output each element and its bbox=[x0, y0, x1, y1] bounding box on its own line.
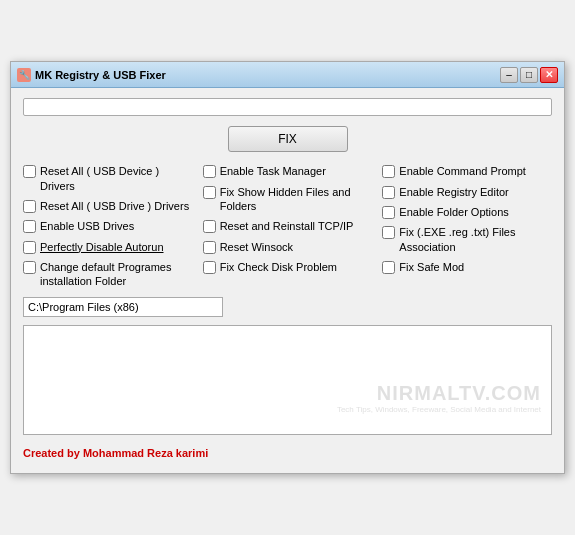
checkbox-label: Fix (.EXE .reg .txt) Files Association bbox=[399, 225, 552, 254]
checkbox-reset-reinstall-tcp[interactable]: Reset and Reinstall TCP/IP bbox=[203, 219, 373, 233]
checkbox-input[interactable] bbox=[203, 261, 216, 274]
path-input-row bbox=[23, 297, 552, 317]
watermark: NIRMALTV.COM Tech Tips, Windows, Freewar… bbox=[337, 382, 541, 414]
window-icon: 🔧 bbox=[17, 68, 31, 82]
checkbox-perfectly-disable-autorun[interactable]: Perfectly Disable Autorun bbox=[23, 240, 193, 254]
checkbox-label: Enable Task Manager bbox=[220, 164, 326, 178]
checkbox-input[interactable] bbox=[382, 261, 395, 274]
checkbox-enable-command-prompt[interactable]: Enable Command Prompt bbox=[382, 164, 552, 178]
checkbox-label: Fix Show Hidden Files and Folders bbox=[220, 185, 373, 214]
checkbox-label: Change default Programes installation Fo… bbox=[40, 260, 193, 289]
checkbox-enable-usb-drives[interactable]: Enable USB Drives bbox=[23, 219, 193, 233]
checkbox-fix-check-disk[interactable]: Fix Check Disk Problem bbox=[203, 260, 373, 274]
checkbox-reset-winsock[interactable]: Reset Winsock bbox=[203, 240, 373, 254]
column-2: Enable Task Manager Fix Show Hidden File… bbox=[203, 164, 373, 288]
checkbox-label: Enable USB Drives bbox=[40, 219, 134, 233]
checkbox-label: Reset All ( USB Device ) Drivers bbox=[40, 164, 193, 193]
footer: Created by Mohammad Reza karimi bbox=[23, 443, 552, 463]
checkbox-input[interactable] bbox=[23, 165, 36, 178]
checkbox-input[interactable] bbox=[203, 186, 216, 199]
fix-button[interactable]: FIX bbox=[228, 126, 348, 152]
checkbox-input[interactable] bbox=[203, 165, 216, 178]
checkbox-fix-safe-mod[interactable]: Fix Safe Mod bbox=[382, 260, 552, 274]
checkbox-label: Fix Safe Mod bbox=[399, 260, 464, 274]
checkbox-input[interactable] bbox=[382, 206, 395, 219]
footer-text: Created by Mohammad Reza karimi bbox=[23, 447, 208, 459]
checkbox-change-default-programs[interactable]: Change default Programes installation Fo… bbox=[23, 260, 193, 289]
checkbox-label: Perfectly Disable Autorun bbox=[40, 240, 164, 254]
checkbox-reset-all-usb-device[interactable]: Reset All ( USB Device ) Drivers bbox=[23, 164, 193, 193]
checkbox-input[interactable] bbox=[23, 220, 36, 233]
content-area: FIX Reset All ( USB Device ) Drivers Res… bbox=[11, 88, 564, 472]
checkbox-label: Reset and Reinstall TCP/IP bbox=[220, 219, 354, 233]
checkbox-fix-exe-reg-txt[interactable]: Fix (.EXE .reg .txt) Files Association bbox=[382, 225, 552, 254]
checkbox-reset-all-usb-drive[interactable]: Reset All ( USB Drive ) Drivers bbox=[23, 199, 193, 213]
checkbox-label: Reset All ( USB Drive ) Drivers bbox=[40, 199, 189, 213]
log-area: NIRMALTV.COM Tech Tips, Windows, Freewar… bbox=[23, 325, 552, 435]
minimize-button[interactable]: – bbox=[500, 67, 518, 83]
progress-bar bbox=[23, 98, 552, 116]
checkbox-input[interactable] bbox=[382, 186, 395, 199]
checkbox-input[interactable] bbox=[203, 220, 216, 233]
checkbox-input[interactable] bbox=[23, 241, 36, 254]
column-1: Reset All ( USB Device ) Drivers Reset A… bbox=[23, 164, 193, 288]
checkbox-input[interactable] bbox=[382, 165, 395, 178]
column-3: Enable Command Prompt Enable Registry Ed… bbox=[382, 164, 552, 288]
checkbox-label: Enable Folder Options bbox=[399, 205, 508, 219]
checkbox-input[interactable] bbox=[382, 226, 395, 239]
window-title: MK Registry & USB Fixer bbox=[35, 69, 166, 81]
close-button[interactable]: ✕ bbox=[540, 67, 558, 83]
path-input[interactable] bbox=[23, 297, 223, 317]
maximize-button[interactable]: □ bbox=[520, 67, 538, 83]
checkbox-input[interactable] bbox=[203, 241, 216, 254]
checkbox-input[interactable] bbox=[23, 200, 36, 213]
checkbox-enable-folder-options[interactable]: Enable Folder Options bbox=[382, 205, 552, 219]
fix-button-row: FIX bbox=[23, 126, 552, 152]
checkbox-label: Reset Winsock bbox=[220, 240, 293, 254]
checkbox-fix-show-hidden[interactable]: Fix Show Hidden Files and Folders bbox=[203, 185, 373, 214]
checkbox-label: Enable Command Prompt bbox=[399, 164, 526, 178]
watermark-sub-text: Tech Tips, Windows, Freeware, Social Med… bbox=[337, 405, 541, 414]
checkbox-enable-task-manager[interactable]: Enable Task Manager bbox=[203, 164, 373, 178]
checkbox-label: Enable Registry Editor bbox=[399, 185, 508, 199]
checkbox-label: Fix Check Disk Problem bbox=[220, 260, 337, 274]
progress-bar-area bbox=[23, 98, 552, 116]
watermark-main-text: NIRMALTV.COM bbox=[337, 382, 541, 405]
title-bar-text: 🔧 MK Registry & USB Fixer bbox=[17, 68, 166, 82]
checkbox-input[interactable] bbox=[23, 261, 36, 274]
title-bar: 🔧 MK Registry & USB Fixer – □ ✕ bbox=[11, 62, 564, 88]
checkboxes-grid: Reset All ( USB Device ) Drivers Reset A… bbox=[23, 164, 552, 288]
title-bar-controls: – □ ✕ bbox=[500, 67, 558, 83]
main-window: 🔧 MK Registry & USB Fixer – □ ✕ FIX Rese… bbox=[10, 61, 565, 473]
checkbox-enable-registry-editor[interactable]: Enable Registry Editor bbox=[382, 185, 552, 199]
